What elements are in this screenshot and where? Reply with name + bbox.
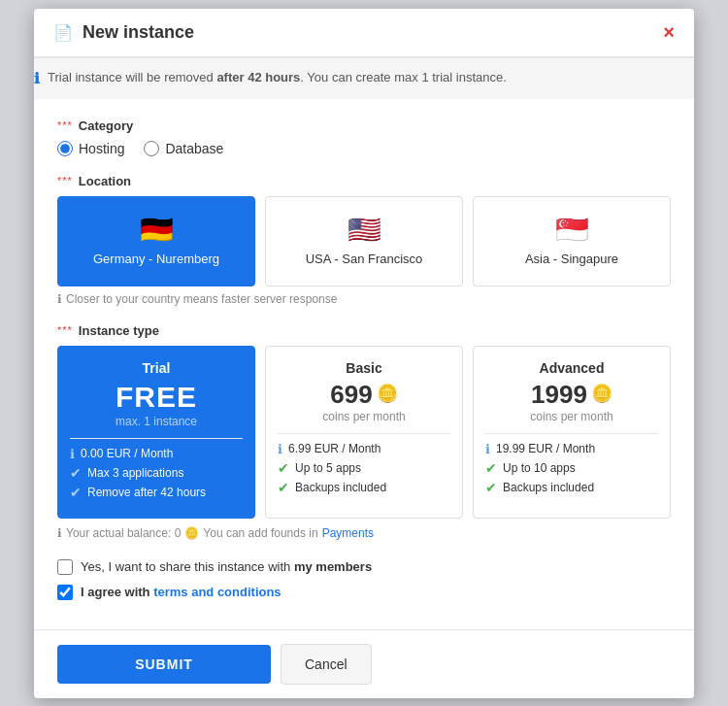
trial-title: Trial <box>70 360 243 376</box>
instance-advanced[interactable]: Advanced 1999 🪙 coins per month ℹ 19.99 … <box>473 346 671 519</box>
trial-feature-1-text: Max 3 applications <box>87 466 183 480</box>
instance-basic[interactable]: Basic 699 🪙 coins per month ℹ 6.99 EUR /… <box>265 346 463 519</box>
coin-icon-basic: 🪙 <box>377 384 398 405</box>
category-section: *** Category Hosting Database <box>57 118 671 156</box>
category-hosting-label: Hosting <box>79 141 124 156</box>
category-database-radio[interactable] <box>144 141 159 156</box>
instance-type-label: Instance type <box>79 323 159 338</box>
location-asia[interactable]: 🇸🇬 Asia - Singapure <box>473 196 671 286</box>
basic-feature-0: ℹ 6.99 EUR / Month <box>278 442 450 456</box>
balance-hint-icon: ℹ <box>57 526 62 540</box>
check-icon-2: ✔ <box>70 485 82 500</box>
modal-overlay: 📄 New instance × ℹ Trial instance will b… <box>0 0 728 706</box>
required-stars-category: *** <box>57 119 73 131</box>
category-hosting-radio[interactable] <box>57 141 73 156</box>
trial-feature-1: ✔ Max 3 applications <box>70 465 243 481</box>
location-usa[interactable]: 🇺🇸 USA - San Francisco <box>265 196 463 286</box>
trial-feature-2: ✔ Remove after 42 hours <box>70 485 243 500</box>
advanced-feature-1: ✔ Up to 10 apps <box>485 460 658 476</box>
alert-icon: ℹ <box>34 70 40 87</box>
modal-header: 📄 New instance × <box>34 9 694 57</box>
category-database-option[interactable]: Database <box>144 141 223 156</box>
submit-button[interactable]: SUBMIT <box>57 645 271 684</box>
location-section: *** Location 🇩🇪 Germany - Nuremberg 🇺🇸 U… <box>57 174 671 306</box>
close-button[interactable]: × <box>663 22 675 42</box>
balance-link-pre: You can add founds in <box>203 526 317 540</box>
location-germany-label: Germany - Nuremberg <box>93 252 219 266</box>
location-hint-icon: ℹ <box>57 292 62 306</box>
required-stars-location: *** <box>57 175 73 186</box>
terms-checkbox-label[interactable]: I agree with terms and conditions <box>57 585 671 600</box>
terms-checkbox[interactable] <box>57 585 73 600</box>
instance-trial[interactable]: Trial FREE max. 1 instance ℹ 0.00 EUR / … <box>57 346 255 519</box>
flag-germany: 🇩🇪 <box>140 217 174 244</box>
location-asia-label: Asia - Singapure <box>525 252 618 266</box>
trial-price-sub: max. 1 instance <box>70 415 243 428</box>
advanced-title: Advanced <box>485 360 658 376</box>
alert-text: Trial instance will be removed after 42 … <box>48 70 507 84</box>
basic-title: Basic <box>278 360 450 376</box>
flag-asia: 🇸🇬 <box>555 217 589 244</box>
info-icon-basic-0: ℹ <box>278 442 282 456</box>
balance-hint-text: Your actual balance: 0 <box>66 526 181 540</box>
advanced-price: 1999 🪙 <box>485 380 658 410</box>
info-icon-advanced-0: ℹ <box>485 442 490 456</box>
category-hosting-option[interactable]: Hosting <box>57 141 124 156</box>
trial-price: FREE <box>70 380 243 415</box>
instance-type-grid: Trial FREE max. 1 instance ℹ 0.00 EUR / … <box>57 346 671 519</box>
required-stars-instance: *** <box>57 324 73 336</box>
advanced-price-sub: coins per month <box>485 410 658 423</box>
share-label: Yes, I want to share this instance with … <box>81 559 372 574</box>
basic-price-sub: coins per month <box>278 410 450 423</box>
location-hint-text: Closer to your country means faster serv… <box>66 292 337 306</box>
basic-price: 699 🪙 <box>278 380 450 410</box>
modal-body: *** Category Hosting Database <box>34 118 694 629</box>
category-header: *** Category <box>57 118 671 133</box>
category-database-label: Database <box>165 141 223 156</box>
share-members-checkbox[interactable] <box>57 559 73 575</box>
category-label: Category <box>79 118 133 133</box>
advanced-feature-0-text: 19.99 EUR / Month <box>496 442 595 455</box>
advanced-features: ℹ 19.99 EUR / Month ✔ Up to 10 apps ✔ Ba… <box>485 442 658 495</box>
checkbox-section: Yes, I want to share this instance with … <box>57 559 671 600</box>
advanced-feature-2-text: Backups included <box>503 481 594 494</box>
location-label: Location <box>79 174 131 188</box>
check-icon-basic-2: ✔ <box>278 480 289 495</box>
category-radio-group: Hosting Database <box>57 141 671 156</box>
flag-usa: 🇺🇸 <box>347 217 381 244</box>
coin-balance-icon: 🪙 <box>184 526 199 540</box>
location-header: *** Location <box>57 174 671 188</box>
info-icon-0: ℹ <box>70 447 75 461</box>
trial-feature-2-text: Remove after 42 hours <box>87 486 206 499</box>
location-hint: ℹ Closer to your country means faster se… <box>57 292 671 306</box>
alert-banner: ℹ Trial instance will be removed after 4… <box>34 57 694 99</box>
basic-feature-1: ✔ Up to 5 apps <box>278 460 450 476</box>
terms-link[interactable]: terms and conditions <box>153 585 281 599</box>
trial-feature-0: ℹ 0.00 EUR / Month <box>70 447 243 461</box>
modal-footer: SUBMIT Cancel <box>34 629 694 698</box>
check-icon-1: ✔ <box>70 465 82 481</box>
modal-header-left: 📄 New instance <box>53 22 194 43</box>
balance-hint: ℹ Your actual balance: 0 🪙 You can add f… <box>57 526 671 540</box>
instance-type-header: *** Instance type <box>57 323 671 338</box>
modal-title: New instance <box>83 22 194 43</box>
share-members-checkbox-label[interactable]: Yes, I want to share this instance with … <box>57 559 671 575</box>
location-germany[interactable]: 🇩🇪 Germany - Nuremberg <box>57 196 255 286</box>
payments-link[interactable]: Payments <box>322 526 374 540</box>
basic-feature-2-text: Backups included <box>295 481 386 494</box>
location-grid: 🇩🇪 Germany - Nuremberg 🇺🇸 USA - San Fran… <box>57 196 671 286</box>
trial-features: ℹ 0.00 EUR / Month ✔ Max 3 applications … <box>70 447 243 500</box>
terms-label: I agree with terms and conditions <box>81 585 281 599</box>
advanced-feature-1-text: Up to 10 apps <box>503 461 576 475</box>
trial-feature-0-text: 0.00 EUR / Month <box>81 447 173 460</box>
check-icon-basic-1: ✔ <box>278 460 289 476</box>
coin-icon-advanced: 🪙 <box>591 384 612 405</box>
advanced-feature-0: ℹ 19.99 EUR / Month <box>485 442 658 456</box>
check-icon-advanced-2: ✔ <box>485 480 497 495</box>
basic-feature-0-text: 6.99 EUR / Month <box>288 442 381 455</box>
document-icon: 📄 <box>53 23 73 42</box>
advanced-feature-2: ✔ Backups included <box>485 480 658 495</box>
location-usa-label: USA - San Francisco <box>306 252 423 266</box>
check-icon-advanced-1: ✔ <box>485 460 497 476</box>
cancel-button[interactable]: Cancel <box>281 644 372 685</box>
